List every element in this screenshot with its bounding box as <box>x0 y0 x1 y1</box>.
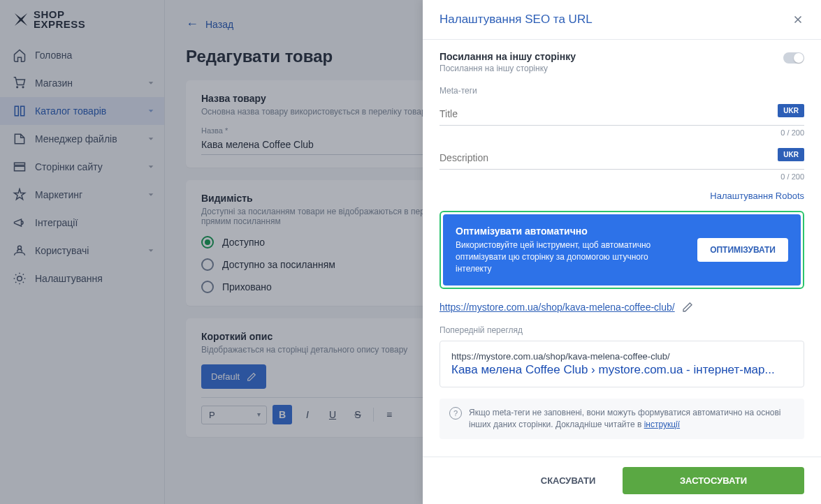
panel-footer: СКАСУВАТИ ЗАСТОСУВАТИ <box>423 457 821 504</box>
info-icon: ? <box>449 407 462 420</box>
meta-description-input[interactable] <box>439 147 804 170</box>
search-preview: https://mystore.com.ua/shop/kava-melena-… <box>439 341 804 387</box>
robots-settings-link[interactable]: Налаштування Robots <box>439 191 804 201</box>
preview-title: Кава мелена Coffee Club › mystore.com.ua… <box>451 363 792 377</box>
redirect-title: Посилання на іншу сторінку <box>439 51 783 62</box>
lang-badge[interactable]: UKR <box>778 148 804 161</box>
preview-url: https://mystore.com.ua/shop/kava-melena-… <box>451 351 792 362</box>
optimize-box: Оптимізувати автоматично Використовуйте … <box>443 214 801 286</box>
title-char-count: 0 / 200 <box>439 128 804 137</box>
redirect-subtitle: Посилання на іншу сторінку <box>439 64 783 73</box>
redirect-toggle[interactable] <box>783 52 804 64</box>
close-icon[interactable] <box>792 13 804 26</box>
optimize-title: Оптимізувати автоматично <box>456 225 686 237</box>
info-box: ? Якщо meta-теги не заповнені, вони можу… <box>439 399 804 439</box>
cancel-button[interactable]: СКАСУВАТИ <box>522 467 614 494</box>
instructions-link[interactable]: інструкції <box>644 420 680 429</box>
panel-title: Налаштування SEO та URL <box>439 13 593 27</box>
panel-header: Налаштування SEO та URL <box>423 0 821 40</box>
seo-settings-panel: Налаштування SEO та URL Посилання на інш… <box>423 0 821 504</box>
optimize-description: Використовуйте цей інструмент, щоб автом… <box>456 239 686 274</box>
meta-title-input[interactable] <box>439 103 804 126</box>
optimize-highlight: Оптимізувати автоматично Використовуйте … <box>439 211 804 289</box>
optimize-button[interactable]: ОПТИМІЗУВАТИ <box>697 238 788 262</box>
page-url-link[interactable]: https://mystore.com.ua/shop/kava-melena-… <box>439 302 675 313</box>
meta-section-label: Meta-теги <box>439 86 804 96</box>
pencil-icon[interactable] <box>682 302 693 313</box>
lang-badge[interactable]: UKR <box>778 104 804 117</box>
apply-button[interactable]: ЗАСТОСУВАТИ <box>623 467 804 494</box>
preview-label: Попередній перегляд <box>439 325 804 335</box>
description-char-count: 0 / 200 <box>439 172 804 181</box>
redirect-toggle-row: Посилання на іншу сторінку Посилання на … <box>439 51 804 73</box>
